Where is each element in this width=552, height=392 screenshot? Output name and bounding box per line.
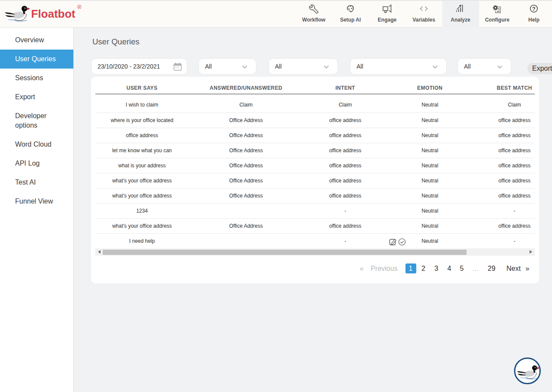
svg-text:?: ? <box>532 6 535 12</box>
